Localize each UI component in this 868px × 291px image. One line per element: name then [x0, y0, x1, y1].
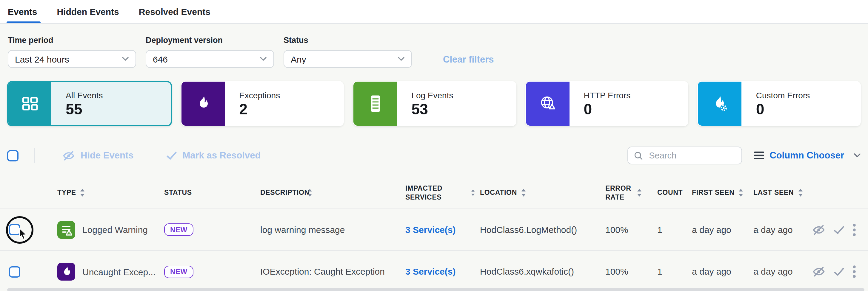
- card-exceptions[interactable]: Exceptions 2: [181, 81, 344, 126]
- status-select[interactable]: Any: [284, 50, 412, 68]
- tab-resolved-events[interactable]: Resolved Events: [139, 0, 211, 23]
- last-seen-text: a day ago: [753, 266, 793, 277]
- table-row-logged-warning[interactable]: Logged Warning NEW log warning message 3…: [0, 209, 868, 251]
- status-badge: NEW: [164, 265, 193, 278]
- column-header-count[interactable]: COUNT: [650, 188, 687, 197]
- impacted-services-link[interactable]: 3 Service(s): [405, 224, 456, 234]
- flame-gear-icon: [710, 94, 730, 113]
- kebab-menu-icon: [852, 223, 856, 236]
- card-http-errors[interactable]: HTTP Errors 0: [525, 81, 689, 126]
- sort-icon[interactable]: [798, 189, 803, 196]
- row-actions: [808, 223, 868, 236]
- card-log-events-body: Log Events 53: [397, 82, 453, 126]
- row-menu-button[interactable]: [852, 265, 856, 278]
- column-chooser-label: Column Chooser: [770, 150, 844, 161]
- count-text: 1: [657, 224, 662, 234]
- tab-events-label: Events: [8, 6, 37, 17]
- mark-as-resolved-label: Mark as Resolved: [182, 150, 260, 161]
- card-label: Custom Errors: [756, 90, 810, 100]
- search-input[interactable]: [648, 150, 731, 161]
- type-cell: Uncaught Excep...: [57, 263, 159, 281]
- impacted-services-link[interactable]: 3 Service(s): [405, 266, 456, 277]
- chevron-down-icon: [854, 153, 861, 158]
- table-header-row: TYPE STATUS DESCRIPTION IMPACTED SERVICE…: [0, 177, 868, 209]
- column-label: DESCRIPTION: [260, 188, 303, 197]
- sort-icon[interactable]: [739, 189, 743, 196]
- time-period-label: Time period: [8, 36, 136, 45]
- error-rate-text: 100%: [605, 266, 628, 277]
- card-custom-errors-body: Custom Errors 0: [742, 82, 810, 126]
- table-row-uncaught-exception[interactable]: Uncaught Excep... NEW IOException: Caugh…: [0, 251, 868, 291]
- toolbar-right: Column Chooser: [627, 147, 861, 165]
- eye-slash-icon: [812, 224, 826, 235]
- time-period-select[interactable]: Last 24 hours: [8, 50, 136, 68]
- card-label: All Events: [66, 90, 103, 100]
- deployment-version-label: Deployment version: [146, 36, 274, 45]
- description-cell: log warning message: [254, 224, 401, 235]
- column-header-last-seen[interactable]: LAST SEEN: [749, 188, 808, 197]
- tab-hidden-events-label: Hidden Events: [57, 6, 119, 17]
- table-toolbar: Hide Events Mark as Resolved Column Choo…: [0, 146, 868, 165]
- tab-hidden-events[interactable]: Hidden Events: [57, 0, 119, 23]
- error-rate-cell: 100%: [600, 224, 650, 235]
- sort-icon[interactable]: [80, 189, 85, 196]
- logged-warning-icon: [57, 221, 75, 239]
- card-exceptions-body: Exceptions 2: [225, 82, 280, 126]
- column-header-location[interactable]: LOCATION: [475, 188, 600, 197]
- hide-row-button[interactable]: [812, 224, 826, 235]
- card-value: 53: [411, 101, 453, 117]
- uncaught-exception-icon: [57, 263, 75, 281]
- count-text: 1: [657, 266, 662, 277]
- card-all-events[interactable]: All Events 55: [7, 81, 172, 126]
- resolve-row-button[interactable]: [833, 267, 845, 277]
- card-http-errors-body: HTTP Errors 0: [569, 82, 631, 126]
- hide-events-button[interactable]: Hide Events: [62, 150, 133, 161]
- location-text: HodClass6.xqwkafotic(): [480, 266, 574, 277]
- mark-as-resolved-button[interactable]: Mark as Resolved: [166, 150, 260, 161]
- search-box[interactable]: [627, 147, 742, 165]
- card-label: HTTP Errors: [584, 90, 631, 100]
- row-menu-button[interactable]: [852, 223, 856, 236]
- description-cell: IOException: Caught Exception: [254, 266, 401, 277]
- select-all-checkbox[interactable]: [7, 150, 19, 161]
- hamburger-icon: [754, 151, 764, 160]
- count-cell: 1: [650, 266, 687, 277]
- resolve-row-button[interactable]: [833, 225, 845, 234]
- row-checkbox[interactable]: [9, 266, 20, 277]
- column-header-description[interactable]: DESCRIPTION: [254, 188, 401, 197]
- row-checkbox[interactable]: [9, 224, 20, 235]
- column-header-error-rate[interactable]: ERROR RATE: [600, 184, 650, 202]
- summary-cards: All Events 55 Exceptions 2: [0, 81, 868, 126]
- last-seen-text: a day ago: [753, 224, 793, 234]
- last-seen-cell: a day ago: [749, 266, 808, 277]
- column-label: IMPACTED SERVICES: [405, 184, 467, 202]
- sort-icon[interactable]: [471, 189, 475, 196]
- dashboard-grid-icon: [20, 94, 39, 113]
- card-custom-errors-icon-panel: [698, 82, 742, 126]
- deployment-version-select[interactable]: 646: [146, 50, 274, 68]
- search-icon: [634, 151, 643, 160]
- column-header-impacted-services[interactable]: IMPACTED SERVICES: [401, 184, 475, 202]
- column-chooser-button[interactable]: Column Chooser: [754, 150, 861, 161]
- clear-filters-link[interactable]: Clear filters: [443, 54, 494, 65]
- location-cell: HodClass6.xqwkafotic(): [475, 266, 600, 277]
- hide-row-button[interactable]: [812, 266, 826, 278]
- card-custom-errors[interactable]: Custom Errors 0: [698, 81, 861, 126]
- sort-icon[interactable]: [521, 189, 526, 196]
- sort-icon[interactable]: [637, 189, 642, 196]
- error-rate-text: 100%: [605, 224, 628, 234]
- sort-icon[interactable]: [307, 189, 312, 196]
- column-header-type[interactable]: TYPE: [57, 188, 159, 197]
- column-label: STATUS: [164, 188, 192, 197]
- card-value: 0: [584, 101, 631, 117]
- column-label: LAST SEEN: [753, 188, 794, 197]
- first-seen-text: a day ago: [692, 224, 731, 234]
- tab-events[interactable]: Events: [8, 0, 37, 23]
- column-header-first-seen[interactable]: FIRST SEEN: [687, 188, 749, 197]
- events-dashboard: Events Hidden Events Resolved Events Tim…: [0, 0, 868, 291]
- location-text: HodClass6.LogMethod(): [480, 224, 577, 234]
- card-log-events[interactable]: Log Events 53: [353, 81, 516, 126]
- column-header-status[interactable]: STATUS: [159, 188, 254, 197]
- status-filter: Status Any: [284, 36, 412, 68]
- horizontal-scrollbar[interactable]: [7, 288, 864, 291]
